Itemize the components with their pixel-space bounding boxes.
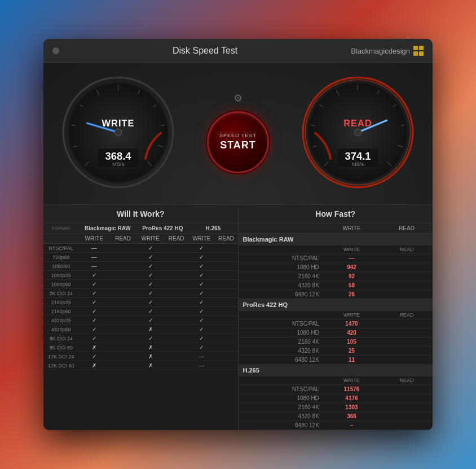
- h265-write-cell: ✓: [188, 280, 214, 289]
- speed-write-val: 105: [323, 337, 381, 347]
- h265-write-cell: —: [188, 361, 214, 370]
- read-gauge: 374.1 MB/s READ: [300, 74, 416, 190]
- braw-read-cell: [109, 280, 136, 289]
- braw-write-cell: ✓: [79, 280, 109, 289]
- col-h265-write: WRITE: [188, 234, 214, 244]
- format-cell: 2K DCI 24: [43, 289, 79, 298]
- speed-read-val: [381, 403, 433, 412]
- sub-read: READ: [381, 376, 433, 385]
- braw-read-cell: [109, 271, 136, 280]
- pro-write-cell: ✗: [136, 352, 164, 361]
- pro-write-cell: ✗: [136, 343, 164, 352]
- h265-write-cell: ✓: [188, 343, 214, 352]
- pro-write-cell: ✓: [136, 289, 164, 298]
- section-name: H.265: [239, 365, 433, 376]
- sub-blank: [239, 376, 323, 385]
- speed-read-val: [381, 421, 433, 430]
- speed-read-val: [381, 394, 433, 403]
- table-row: 8K DCI 60 ✗ ✗ ✓: [43, 343, 238, 352]
- pro-write-cell: ✓: [136, 262, 164, 271]
- braw-read-cell: [109, 307, 136, 316]
- svg-point-36: [354, 129, 361, 135]
- speed-write-val: 4176: [323, 394, 381, 403]
- pro-read-cell: [164, 253, 188, 262]
- pro-read-cell: [164, 361, 188, 370]
- speed-write-val: 11: [323, 356, 381, 365]
- sub-blank: [239, 311, 323, 319]
- speed-write-val: 26: [323, 290, 381, 299]
- format-cell: 1080i60: [43, 262, 79, 271]
- col-braw-read: READ: [109, 234, 136, 244]
- speed-label: 2160 4K: [239, 337, 323, 347]
- speed-label: 6480 12K: [239, 290, 323, 299]
- table-row: 1080i60 — ✓ ✓: [43, 262, 238, 271]
- format-cell: 1080p25: [43, 271, 79, 280]
- speed-col-read: READ: [381, 223, 433, 234]
- pro-read-cell: [164, 244, 188, 253]
- speed-write-val: —: [323, 254, 381, 263]
- gauge-section: 368.4 MB/s WRITE ⚙ SPEED TEST START: [43, 63, 433, 204]
- format-cell: 8K DCI 24: [43, 334, 79, 343]
- speed-label: 6480 12K: [239, 356, 323, 365]
- speed-read-val: [381, 347, 433, 356]
- table-row: 4320p25 ✓ ✓ ✓: [43, 316, 238, 325]
- pro-write-cell: ✓: [136, 280, 164, 289]
- table-row: 1080p60 ✓ ✓ ✓: [43, 280, 238, 289]
- app-title: Disk Speed Test: [173, 46, 237, 56]
- format-cell: 2160p60: [43, 307, 79, 316]
- h265-write-cell: ✓: [188, 289, 214, 298]
- col-format: FORMAT: [43, 223, 79, 234]
- speed-write-val: 942: [323, 263, 381, 272]
- section-header-row: H.265: [239, 365, 433, 376]
- format-cell: 12K DCI 24: [43, 352, 79, 361]
- sub-write: WRITE: [323, 311, 381, 319]
- h265-write-cell: ✓: [188, 244, 214, 253]
- pro-read-cell: [164, 343, 188, 352]
- table-row: 4320p60 ✓ ✗ ✓: [43, 325, 238, 334]
- h265-read-cell: [214, 253, 237, 262]
- pro-read-cell: [164, 262, 188, 271]
- pro-read-cell: [164, 271, 188, 280]
- speed-label: 2160 4K: [239, 403, 323, 412]
- h265-write-cell: ✓: [188, 316, 214, 325]
- pro-write-cell: ✓: [136, 253, 164, 262]
- h265-read-cell: [214, 334, 237, 343]
- pro-read-cell: [164, 289, 188, 298]
- h265-read-cell: [214, 271, 237, 280]
- left-panel-header: Will It Work?: [43, 205, 238, 223]
- table-row: 2160p25 ✓ ✓ ✓: [43, 298, 238, 307]
- speed-row: 6480 12K –: [239, 421, 433, 430]
- h265-read-cell: [214, 244, 237, 253]
- table-row: 12K DCI 60 ✗ ✗ —: [43, 361, 238, 370]
- start-button[interactable]: SPEED TEST START: [207, 111, 269, 173]
- braw-read-cell: [109, 289, 136, 298]
- brand-icon: [413, 46, 424, 56]
- braw-read-cell: [109, 298, 136, 307]
- braw-write-cell: ✓: [79, 334, 109, 343]
- h265-write-cell: ✓: [188, 298, 214, 307]
- speed-write-val: 92: [323, 272, 381, 281]
- right-panel: How Fast? WRITE READ Blackmagic RAW WRIT…: [239, 205, 433, 430]
- start-main-label: START: [220, 139, 256, 151]
- sub-header-row: WRITE READ: [239, 246, 433, 254]
- settings-icon[interactable]: ⚙: [233, 92, 243, 104]
- speed-write-val: 420: [323, 328, 381, 337]
- pro-read-cell: [164, 280, 188, 289]
- col-prores: ProRes 422 HQ: [136, 223, 188, 234]
- pro-write-cell: ✗: [136, 325, 164, 334]
- h265-write-cell: ✓: [188, 253, 214, 262]
- sub-read: READ: [381, 311, 433, 319]
- right-panel-header: How Fast?: [239, 205, 433, 223]
- sub-header-row: WRITE READ: [239, 376, 433, 385]
- table-row: 720p60 — ✓ ✓: [43, 253, 238, 262]
- speed-table: WRITE READ Blackmagic RAW WRITE READ NTS…: [239, 223, 433, 430]
- close-button[interactable]: [52, 47, 59, 54]
- braw-read-cell: [109, 334, 136, 343]
- speed-read-val: [381, 319, 433, 328]
- table-row: 12K DCI 24 ✓ ✗ —: [43, 352, 238, 361]
- h265-write-cell: ✓: [188, 307, 214, 316]
- h265-read-cell: [214, 325, 237, 334]
- svg-point-15: [114, 129, 121, 135]
- table-row: 8K DCI 24 ✓ ✓ ✓: [43, 334, 238, 343]
- section-header-row: ProRes 422 HQ: [239, 299, 433, 311]
